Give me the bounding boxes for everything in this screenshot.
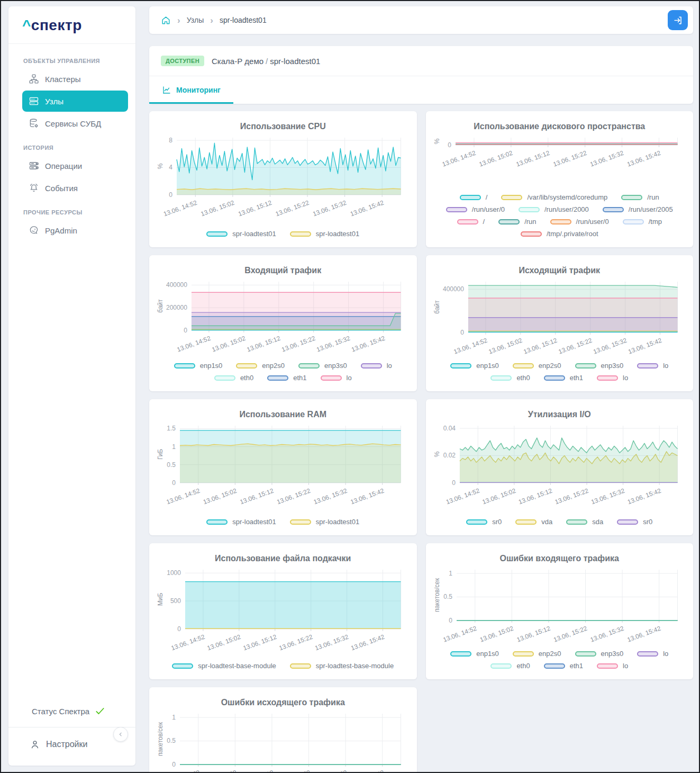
svg-text:13.06, 15:32: 13.06, 15:32 [313,768,349,772]
home-icon[interactable] [161,15,171,25]
errors-in-chart-canvas[interactable]: 00.5113.06, 14:5213.06, 15:0213.06, 15:1… [433,565,686,649]
legend-item[interactable]: lo [321,374,352,382]
chart-card-ram: Использование RAM 00.511.513.06, 14:5213… [149,399,417,535]
legend-item[interactable]: enp1s0 [450,362,499,370]
legend-item[interactable]: /tmp/.private/root [521,230,598,238]
svg-text:0: 0 [449,617,452,624]
svg-text:13.06, 15:02: 13.06, 15:02 [487,336,523,355]
legend-swatch [460,195,481,200]
legend-item[interactable]: eth0 [214,374,253,382]
legend-item[interactable]: spr-loadtest01 [206,518,276,526]
sidebar-item-nodes[interactable]: Узлы [22,91,128,112]
legend-item[interactable]: eth1 [544,662,583,670]
svg-text:500: 500 [170,597,181,605]
user-icon [30,739,40,750]
svg-text:13.06, 15:22: 13.06, 15:22 [276,487,312,506]
legend-item[interactable]: /run/user/0 [550,218,609,226]
legend-item[interactable]: /run [621,193,659,201]
svg-text:%: % [433,451,441,457]
legend-label: eth0 [240,374,253,382]
sidebar-item-events[interactable]: События [22,177,128,199]
legend-swatch [597,375,618,381]
breadcrumb-nodes[interactable]: Узлы [187,16,204,24]
legend-item[interactable]: enp3s0 [575,362,624,370]
legend-item[interactable]: eth0 [490,374,530,382]
legend-item[interactable]: enp3s0 [575,650,624,658]
ram-chart-canvas[interactable]: 00.511.513.06, 14:5213.06, 15:0213.06, 1… [157,421,410,511]
svg-text:200000: 200000 [166,304,187,311]
legend-swatch [236,363,257,368]
legend-item[interactable]: lo [597,662,628,670]
legend-item[interactable]: /run [498,218,536,226]
legend-item[interactable]: vda [515,518,552,526]
legend-swatch [466,519,487,525]
legend-item[interactable]: lo [637,362,668,370]
legend-label: sr0 [643,518,652,526]
legend-swatch [172,663,193,669]
logout-button[interactable] [668,10,688,30]
legend-swatch [521,231,542,237]
disk-chart-canvas[interactable]: 013.06, 14:5213.06, 15:0213.06, 15:1213.… [433,133,686,174]
legend-item[interactable]: enp1s0 [450,650,499,658]
cpu-chart-canvas[interactable]: 04813.06, 14:5213.06, 15:0213.06, 15:121… [157,133,410,223]
legend-label: enp1s0 [200,362,223,370]
legend-item[interactable]: spr-loadtest01 [290,230,359,238]
legend-item[interactable]: /run/user/2005 [603,205,673,213]
swap-chart-canvas[interactable]: 0500100013.06, 14:5213.06, 15:0213.06, 1… [157,565,410,658]
legend-item[interactable]: lo [361,362,392,370]
errors-out-chart-canvas[interactable]: 00.5113.06, 14:5213.06, 15:0213.06, 15:1… [157,709,410,772]
io-chart-canvas[interactable]: 00.020.0413.06, 14:5213.06, 15:0213.06, … [433,421,686,511]
svg-text:13.06, 15:32: 13.06, 15:32 [589,149,625,168]
traffic-out-chart-canvas[interactable]: 040000013.06, 14:5213.06, 15:0213.06, 15… [433,277,686,361]
svg-text:1000: 1000 [167,569,181,577]
legend-item[interactable]: /run/user/0 [446,205,505,213]
sidebar-item-db-services[interactable]: Сервисы СУБД [22,113,128,134]
svg-text:13.06, 15:22: 13.06, 15:22 [552,624,588,643]
legend-item[interactable]: spr-loadtest-base-module [290,662,394,670]
legend-item[interactable]: /run/user/2000 [519,205,589,213]
legend-item[interactable]: enp1s0 [174,362,223,370]
legend-item[interactable]: / [460,193,488,201]
legend-item[interactable]: enp2s0 [513,362,561,370]
legend-item[interactable]: sr0 [466,518,502,526]
legend-item[interactable]: spr-loadtest01 [206,230,276,238]
sidebar-item-operations[interactable]: Операции [22,155,128,176]
legend-item[interactable]: spr-loadtest-base-module [172,662,276,670]
svg-text:0.5: 0.5 [443,593,452,600]
legend-label: /run [647,193,659,201]
legend-item[interactable]: /var/lib/systemd/coredump [501,193,607,201]
node-info-header: ДОСТУПЕН Скала-Р демо/spr-loadtest01 [149,46,693,76]
legend-item[interactable]: /tmp [623,218,662,226]
legend-item[interactable]: eth1 [544,374,583,382]
chart-card-traffic-out: Исходящий трафик 040000013.06, 14:5213.0… [426,255,694,391]
svg-text:13.06, 15:42: 13.06, 15:42 [349,768,385,772]
legend-item[interactable]: lo [637,650,668,658]
app-window: ^спектр ОБЪЕКТЫ УПРАВЛЕНИЯ Кластеры Узлы… [0,0,700,773]
svg-text:13.06, 15:02: 13.06, 15:02 [479,624,515,643]
legend-item[interactable]: enp2s0 [236,362,285,370]
svg-text:%: % [157,163,164,169]
svg-text:13.06, 15:42: 13.06, 15:42 [626,487,662,506]
svg-text:13.06, 15:32: 13.06, 15:32 [590,487,626,506]
legend-item[interactable]: sr0 [617,518,652,526]
tab-monitoring[interactable]: Мониторинг [149,76,233,104]
legend-item[interactable]: eth0 [490,662,530,670]
svg-text:13.06, 15:32: 13.06, 15:32 [589,624,625,643]
sidebar-item-clusters[interactable]: Кластеры [22,68,128,89]
legend-item[interactable]: enp2s0 [513,650,561,658]
node-title: Скала-Р демо/spr-loadtest01 [212,57,320,66]
traffic-in-chart-canvas[interactable]: 020000040000013.06, 14:5213.06, 15:0213.… [157,277,410,359]
legend-item[interactable]: spr-loadtest01 [290,518,359,526]
legend-label: /tmp [649,218,662,226]
legend-item[interactable]: / [457,218,485,226]
legend-item[interactable]: enp3s0 [298,362,347,370]
status-badge: ДОСТУПЕН [161,56,204,66]
sidebar-item-pgadmin[interactable]: PgAdmin [22,220,128,241]
logo: ^спектр [8,6,135,44]
sidebar-collapse-button[interactable] [113,727,128,742]
legend-item[interactable]: lo [597,374,628,382]
legend-item[interactable]: eth1 [267,374,306,382]
legend-item[interactable]: sda [566,518,603,526]
legend-label: /run/user/2000 [544,205,589,213]
svg-text:13.06, 15:02: 13.06, 15:02 [202,768,238,772]
